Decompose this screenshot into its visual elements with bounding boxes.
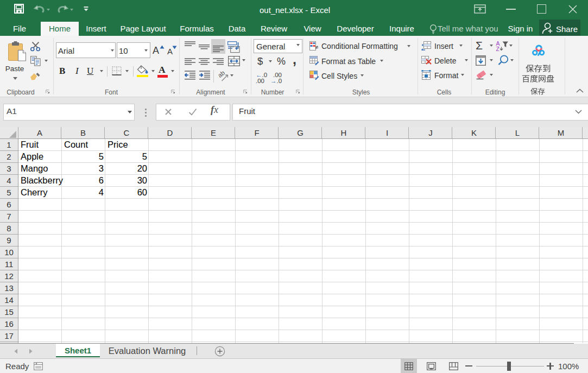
svg-text:≠: ≠ xyxy=(315,44,318,50)
svg-text:Z: Z xyxy=(496,46,500,52)
